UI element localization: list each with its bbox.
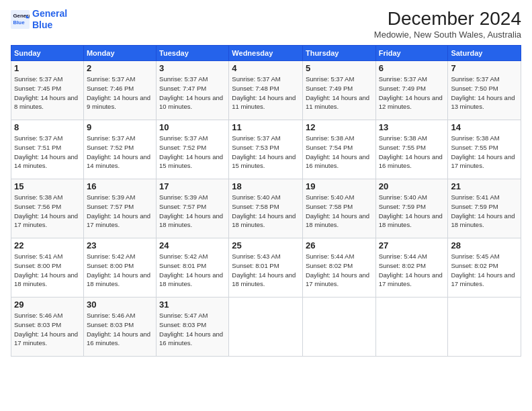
day-number: 18 — [232, 181, 300, 191]
day-cell-27: 27 Sunrise: 5:44 AM Sunset: 8:02 PM Dayl… — [375, 238, 448, 298]
empty-cell — [448, 298, 521, 357]
day-info: Sunrise: 5:37 AM Sunset: 7:49 PM Dayligh… — [379, 75, 445, 111]
day-cell-8: 8 Sunrise: 5:37 AM Sunset: 7:51 PM Dayli… — [11, 120, 84, 179]
day-number: 3 — [159, 63, 226, 73]
day-number: 21 — [451, 181, 518, 191]
day-number: 29 — [14, 300, 81, 310]
day-info: Sunrise: 5:37 AM Sunset: 7:53 PM Dayligh… — [232, 134, 300, 171]
day-number: 27 — [379, 240, 445, 250]
day-cell-4: 4 Sunrise: 5:37 AM Sunset: 7:48 PM Dayli… — [229, 61, 303, 120]
calendar-week-5: 29 Sunrise: 5:46 AM Sunset: 8:03 PM Dayl… — [11, 298, 521, 357]
day-cell-1: 1 Sunrise: 5:37 AM Sunset: 7:45 PM Dayli… — [11, 61, 84, 120]
day-number: 9 — [87, 122, 153, 132]
day-number: 2 — [87, 63, 153, 73]
day-info: Sunrise: 5:46 AM Sunset: 8:03 PM Dayligh… — [14, 311, 81, 348]
day-cell-10: 10 Sunrise: 5:37 AM Sunset: 7:52 PM Dayl… — [157, 120, 229, 179]
logo-line2: Blue — [32, 19, 52, 30]
day-info: Sunrise: 5:40 AM Sunset: 7:58 PM Dayligh… — [306, 193, 373, 230]
day-info: Sunrise: 5:39 AM Sunset: 7:57 PM Dayligh… — [87, 193, 153, 230]
day-number: 4 — [232, 63, 300, 73]
calendar-week-2: 8 Sunrise: 5:37 AM Sunset: 7:51 PM Dayli… — [11, 120, 521, 179]
day-cell-15: 15 Sunrise: 5:38 AM Sunset: 7:56 PM Dayl… — [11, 179, 84, 238]
day-number: 13 — [379, 122, 445, 132]
col-friday: Friday — [375, 46, 448, 61]
logo-line1: General — [32, 8, 67, 19]
day-info: Sunrise: 5:37 AM Sunset: 7:49 PM Dayligh… — [306, 75, 373, 111]
day-cell-24: 24 Sunrise: 5:42 AM Sunset: 8:01 PM Dayl… — [157, 238, 229, 298]
day-number: 31 — [159, 300, 226, 310]
day-info: Sunrise: 5:37 AM Sunset: 7:46 PM Dayligh… — [87, 75, 153, 111]
day-cell-17: 17 Sunrise: 5:39 AM Sunset: 7:57 PM Dayl… — [157, 179, 229, 238]
day-info: Sunrise: 5:41 AM Sunset: 8:00 PM Dayligh… — [14, 252, 81, 289]
day-cell-29: 29 Sunrise: 5:46 AM Sunset: 8:03 PM Dayl… — [11, 298, 84, 357]
empty-cell — [375, 298, 448, 357]
day-cell-28: 28 Sunrise: 5:45 AM Sunset: 8:02 PM Dayl… — [448, 238, 521, 298]
day-info: Sunrise: 5:38 AM Sunset: 7:55 PM Dayligh… — [451, 134, 518, 171]
title-block: December 2024 Medowie, New South Wales, … — [374, 8, 521, 40]
day-number: 25 — [232, 240, 300, 250]
day-number: 28 — [451, 240, 518, 250]
day-number: 22 — [14, 240, 81, 250]
day-number: 8 — [14, 122, 81, 132]
day-cell-18: 18 Sunrise: 5:40 AM Sunset: 7:58 PM Dayl… — [229, 179, 303, 238]
day-info: Sunrise: 5:41 AM Sunset: 7:59 PM Dayligh… — [451, 193, 518, 230]
day-info: Sunrise: 5:37 AM Sunset: 7:52 PM Dayligh… — [87, 134, 153, 171]
logo: General Blue General Blue — [11, 8, 67, 31]
calendar-header: Sunday Monday Tuesday Wednesday Thursday… — [11, 46, 521, 61]
day-cell-22: 22 Sunrise: 5:41 AM Sunset: 8:00 PM Dayl… — [11, 238, 84, 298]
day-cell-3: 3 Sunrise: 5:37 AM Sunset: 7:47 PM Dayli… — [157, 61, 229, 120]
month-title: December 2024 — [374, 8, 521, 30]
day-info: Sunrise: 5:44 AM Sunset: 8:02 PM Dayligh… — [306, 252, 373, 289]
day-cell-6: 6 Sunrise: 5:37 AM Sunset: 7:49 PM Dayli… — [375, 61, 448, 120]
day-number: 16 — [87, 181, 153, 191]
day-info: Sunrise: 5:37 AM Sunset: 7:47 PM Dayligh… — [159, 75, 226, 111]
day-info: Sunrise: 5:38 AM Sunset: 7:56 PM Dayligh… — [14, 193, 81, 230]
day-number: 12 — [306, 122, 373, 132]
day-number: 17 — [159, 181, 226, 191]
header-row: Sunday Monday Tuesday Wednesday Thursday… — [11, 46, 521, 61]
day-cell-9: 9 Sunrise: 5:37 AM Sunset: 7:52 PM Dayli… — [83, 120, 156, 179]
day-info: Sunrise: 5:38 AM Sunset: 7:54 PM Dayligh… — [306, 134, 373, 171]
day-info: Sunrise: 5:40 AM Sunset: 7:59 PM Dayligh… — [379, 193, 445, 230]
day-cell-31: 31 Sunrise: 5:47 AM Sunset: 8:03 PM Dayl… — [157, 298, 229, 357]
location: Medowie, New South Wales, Australia — [374, 30, 521, 40]
day-cell-25: 25 Sunrise: 5:43 AM Sunset: 8:01 PM Dayl… — [229, 238, 303, 298]
day-info: Sunrise: 5:37 AM Sunset: 7:50 PM Dayligh… — [451, 75, 518, 111]
day-cell-19: 19 Sunrise: 5:40 AM Sunset: 7:58 PM Dayl… — [302, 179, 375, 238]
day-info: Sunrise: 5:46 AM Sunset: 8:03 PM Dayligh… — [87, 311, 153, 348]
calendar: Sunday Monday Tuesday Wednesday Thursday… — [11, 45, 521, 357]
calendar-week-1: 1 Sunrise: 5:37 AM Sunset: 7:45 PM Dayli… — [11, 61, 521, 120]
calendar-week-3: 15 Sunrise: 5:38 AM Sunset: 7:56 PM Dayl… — [11, 179, 521, 238]
calendar-week-4: 22 Sunrise: 5:41 AM Sunset: 8:00 PM Dayl… — [11, 238, 521, 298]
day-info: Sunrise: 5:45 AM Sunset: 8:02 PM Dayligh… — [451, 252, 518, 289]
day-info: Sunrise: 5:37 AM Sunset: 7:51 PM Dayligh… — [14, 134, 81, 171]
day-cell-16: 16 Sunrise: 5:39 AM Sunset: 7:57 PM Dayl… — [83, 179, 156, 238]
day-info: Sunrise: 5:37 AM Sunset: 7:45 PM Dayligh… — [14, 75, 81, 111]
empty-cell — [302, 298, 375, 357]
header: General Blue General Blue December 2024 … — [11, 8, 521, 40]
day-cell-20: 20 Sunrise: 5:40 AM Sunset: 7:59 PM Dayl… — [375, 179, 448, 238]
day-number: 26 — [306, 240, 373, 250]
day-number: 7 — [451, 63, 518, 73]
day-number: 10 — [159, 122, 226, 132]
day-number: 20 — [379, 181, 445, 191]
day-cell-30: 30 Sunrise: 5:46 AM Sunset: 8:03 PM Dayl… — [83, 298, 156, 357]
day-cell-26: 26 Sunrise: 5:44 AM Sunset: 8:02 PM Dayl… — [302, 238, 375, 298]
day-cell-5: 5 Sunrise: 5:37 AM Sunset: 7:49 PM Dayli… — [302, 61, 375, 120]
day-number: 5 — [306, 63, 373, 73]
day-number: 14 — [451, 122, 518, 132]
day-cell-2: 2 Sunrise: 5:37 AM Sunset: 7:46 PM Dayli… — [83, 61, 156, 120]
day-number: 24 — [159, 240, 226, 250]
day-info: Sunrise: 5:37 AM Sunset: 7:48 PM Dayligh… — [232, 75, 300, 111]
day-info: Sunrise: 5:42 AM Sunset: 8:01 PM Dayligh… — [159, 252, 226, 289]
day-info: Sunrise: 5:44 AM Sunset: 8:02 PM Dayligh… — [379, 252, 445, 289]
day-cell-14: 14 Sunrise: 5:38 AM Sunset: 7:55 PM Dayl… — [448, 120, 521, 179]
logo-text: General Blue — [32, 8, 67, 31]
col-saturday: Saturday — [448, 46, 521, 61]
col-monday: Monday — [83, 46, 156, 61]
day-info: Sunrise: 5:47 AM Sunset: 8:03 PM Dayligh… — [159, 311, 226, 348]
day-info: Sunrise: 5:40 AM Sunset: 7:58 PM Dayligh… — [232, 193, 300, 230]
day-number: 19 — [306, 181, 373, 191]
col-sunday: Sunday — [11, 46, 84, 61]
col-wednesday: Wednesday — [229, 46, 303, 61]
